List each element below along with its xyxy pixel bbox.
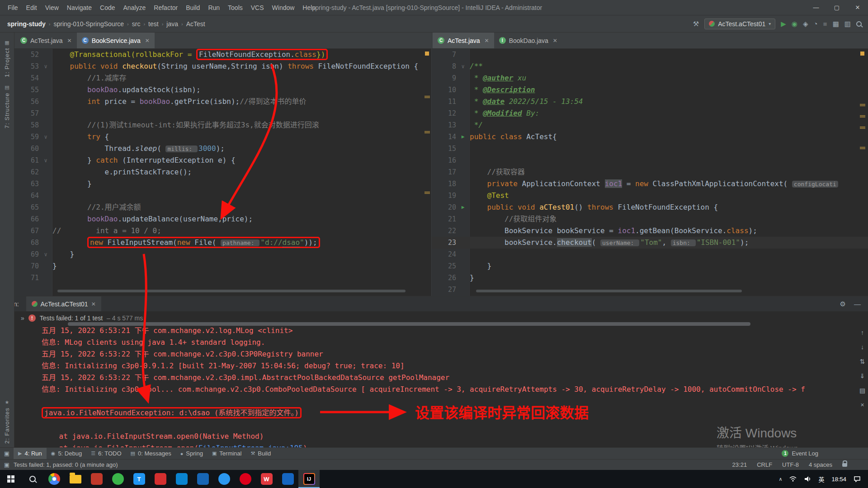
taskbar-app-chrome[interactable] — [43, 470, 65, 488]
lock-icon[interactable] — [842, 463, 847, 467]
run-gutter-icon[interactable]: ▶ — [456, 202, 470, 213]
input-language-indicator[interactable]: 英 — [818, 475, 824, 483]
warning-stripe-mark[interactable] — [860, 127, 865, 129]
minimize-button[interactable]: — — [806, 0, 826, 15]
profiler-icon[interactable]: ◔ — [814, 20, 818, 28]
menu-view[interactable]: View — [41, 2, 63, 14]
taskbar-app-netease-music[interactable] — [235, 470, 256, 488]
taskbar-app-app-blue-2[interactable] — [277, 470, 298, 488]
tool-window-tab-5-debug[interactable]: ◉5: Debug — [47, 448, 86, 459]
taskbar-app-app-red-dict[interactable] — [86, 470, 107, 488]
taskbar-app-tim[interactable]: T — [128, 470, 150, 488]
warning-stripe-mark[interactable] — [425, 192, 430, 194]
breadcrumb-item[interactable]: spring-010-SpringSource — [52, 19, 125, 28]
hidden-icons-chevron[interactable]: ∧ — [778, 476, 782, 482]
menu-code[interactable]: Code — [96, 2, 119, 14]
tool-window-tab-build[interactable]: ⚒Build — [246, 448, 275, 459]
warning-stripe-mark[interactable] — [860, 147, 865, 149]
debug-icon[interactable]: ◉ — [792, 20, 797, 28]
taskbar-app-file-explorer[interactable] — [65, 470, 86, 488]
tool-windows-icon[interactable]: ▦ — [833, 20, 839, 28]
editor-tab[interactable]: CBookService.java✕ — [77, 33, 155, 48]
coverage-icon[interactable]: ◈ — [803, 20, 808, 28]
tab-close-icon[interactable]: ✕ — [67, 38, 72, 44]
search-icon[interactable] — [856, 21, 862, 27]
sidebar-item-favorites[interactable]: ★ 2: Favorites — [4, 399, 10, 444]
stop-icon[interactable]: ■ — [823, 20, 827, 28]
taskbar-app-app-green[interactable] — [107, 470, 128, 488]
status-widget[interactable]: 23:21 — [732, 461, 747, 468]
gear-icon[interactable]: ⚙ — [840, 300, 846, 308]
taskbar-app-app-red[interactable] — [150, 470, 171, 488]
inspection-status-marker[interactable] — [425, 52, 429, 56]
menu-tools[interactable]: Tools — [224, 2, 247, 14]
tab-close-icon[interactable]: ✕ — [145, 38, 150, 44]
editor-tab[interactable]: CAcTest.java✕ — [15, 33, 77, 48]
run-config-select[interactable]: AcTest.aCTest01 ▾ — [704, 19, 775, 29]
network-icon[interactable] — [789, 476, 797, 482]
sidebar-item-1-project[interactable]: ▦1: Project — [4, 40, 10, 77]
menu-analyze[interactable]: Analyze — [119, 2, 150, 14]
taskbar-app-vscode[interactable] — [171, 470, 192, 488]
menu-build[interactable]: Build — [182, 2, 204, 14]
menu-file[interactable]: File — [4, 2, 22, 14]
breadcrumb-item[interactable]: src — [131, 19, 142, 28]
build-tools-icon[interactable]: ⚒ — [693, 20, 699, 28]
tool-window-tab-terminal[interactable]: ▣Terminal — [208, 448, 246, 459]
inspection-status-marker[interactable] — [860, 52, 864, 56]
tab-close-icon[interactable]: ✕ — [91, 301, 96, 307]
tool-windows-toggle-icon[interactable]: ▣ — [0, 450, 14, 457]
status-widget[interactable]: UTF-8 — [782, 461, 799, 468]
sidebar-item-7-structure[interactable]: ▤7: Structure — [4, 84, 10, 128]
taskbar-app-app-shield[interactable] — [192, 470, 213, 488]
taskbar-app-app-blue[interactable] — [213, 470, 235, 488]
menu-window[interactable]: Window — [268, 2, 299, 14]
taskbar-search-button[interactable] — [22, 470, 43, 488]
tool-window-tab-6-todo[interactable]: ☰6: TODO — [86, 448, 126, 459]
breadcrumb-item[interactable]: test — [147, 19, 160, 28]
status-widget[interactable]: CRLF — [757, 461, 772, 468]
close-button[interactable]: ✕ — [847, 0, 868, 15]
tool-windows-toggle-icon[interactable]: ▣ — [0, 461, 14, 468]
clock[interactable]: 18:54 — [831, 476, 846, 483]
action-center-icon[interactable] — [854, 476, 861, 482]
expand-all-icon[interactable]: » — [21, 314, 24, 322]
editor-tab[interactable]: IBookDao.java✕ — [494, 33, 562, 48]
tab-close-icon[interactable]: ✕ — [553, 38, 557, 44]
warning-stripe-mark[interactable] — [860, 104, 865, 106]
menu-navigate[interactable]: Navigate — [63, 2, 96, 14]
warning-stripe-mark[interactable] — [860, 115, 865, 117]
soft-wrap-icon[interactable]: ▤ — [859, 387, 865, 394]
editor-tab[interactable]: CAcTest.java✕ — [433, 33, 494, 48]
code-editor-left[interactable]: 52 @Transactional(rollbackFor = FileNotF… — [14, 49, 431, 296]
volume-icon[interactable] — [804, 476, 811, 482]
taskbar-app-wps[interactable]: W — [256, 470, 277, 488]
tool-window-tab-4-run[interactable]: ▶4: Run — [14, 448, 47, 459]
menu-edit[interactable]: Edit — [22, 2, 41, 14]
event-log-button[interactable]: 1 Event Log — [782, 450, 868, 457]
run-tab[interactable]: AcTest.aCTest01 ✕ — [26, 296, 101, 311]
warning-stripe-mark[interactable] — [425, 96, 430, 98]
breadcrumb-item[interactable]: AcTest — [185, 19, 206, 28]
horizontal-scrollbar[interactable] — [57, 290, 406, 292]
prev-failed-icon[interactable]: ↑ — [861, 329, 864, 336]
console-scrollbar[interactable] — [68, 322, 750, 326]
clear-icon[interactable]: × — [860, 401, 864, 408]
swap-icon[interactable]: ⇅ — [860, 358, 865, 365]
horizontal-scrollbar[interactable] — [476, 290, 742, 292]
next-failed-icon[interactable]: ↓ — [861, 343, 864, 351]
menu-run[interactable]: Run — [204, 2, 224, 14]
tool-window-tab-0-messages[interactable]: ▤0: Messages — [126, 448, 176, 459]
run-gutter-icon[interactable]: ▶ — [456, 131, 470, 143]
scroll-to-end-icon[interactable]: ⇓ — [860, 372, 865, 380]
tab-close-icon[interactable]: ✕ — [485, 38, 489, 44]
breadcrumb-item[interactable]: java — [165, 19, 179, 28]
maximize-button[interactable]: ▢ — [826, 0, 847, 15]
warning-stripe-mark[interactable] — [425, 131, 430, 133]
taskbar-app-intellij[interactable]: IJ — [298, 470, 320, 488]
tool-window-tab-spring[interactable]: ●Spring — [176, 448, 208, 459]
run-icon[interactable]: ▶ — [781, 20, 786, 28]
breadcrumb-item[interactable]: spring-study — [6, 19, 47, 28]
start-button[interactable] — [0, 470, 22, 488]
code-editor-right[interactable]: 78∨/**9 * @auther xu10 * @Description11 … — [432, 49, 868, 296]
